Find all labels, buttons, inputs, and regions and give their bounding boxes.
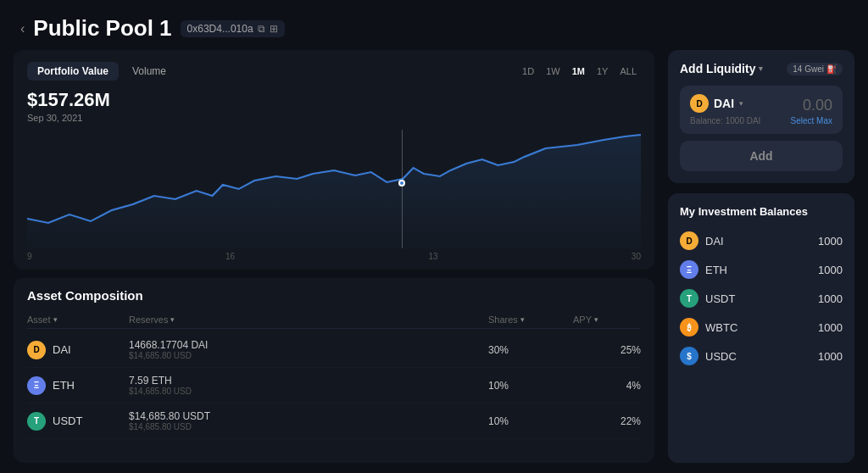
table-row: Ξ ETH 7.59 ETH $14,685.80 USD 10% 4% [27, 368, 641, 403]
time-btn-1m[interactable]: 1M [568, 64, 589, 78]
chart-fill [27, 135, 641, 248]
time-btn-1d[interactable]: 1D [518, 64, 538, 78]
coin-icon-dai-input: D [690, 94, 709, 113]
asset-reserves-usdt: $14,685.80 USDT $14,685.80 USD [129, 410, 488, 431]
invest-item-dai: D DAI [680, 231, 724, 250]
asset-apy-dai: 25% [573, 344, 641, 356]
invest-value-wbtc: 1000 [818, 321, 843, 334]
x-label-16: 16 [225, 252, 235, 261]
invest-name-dai: DAI [705, 235, 724, 248]
add-liquidity-title: Add Liquidity ▾ [680, 62, 763, 75]
time-btn-all[interactable]: ALL [615, 64, 641, 78]
cursor-dot [398, 180, 405, 186]
token-dropdown-icon[interactable]: ▾ [739, 99, 743, 108]
chart-value: $157.26M [27, 89, 641, 111]
col-apy: APY ▾ [573, 314, 641, 325]
token-selector[interactable]: D DAI ▾ [690, 94, 743, 113]
main-content: Portfolio Value Volume 1D 1W 1M 1Y ALL $… [0, 50, 868, 473]
coin-icon-eth-inv: Ξ [680, 260, 698, 279]
asset-composition-section: Asset Composition Asset ▾ Reserves ▾ Sha… [14, 278, 654, 463]
grid-icon[interactable]: ⊞ [270, 23, 278, 35]
list-item: T USDT 1000 [680, 284, 843, 313]
token-label: DAI [714, 97, 734, 110]
chart-section: Portfolio Value Volume 1D 1W 1M 1Y ALL $… [14, 50, 654, 270]
chart-date: Sep 30, 2021 [27, 113, 641, 123]
time-filter-group: 1D 1W 1M 1Y ALL [518, 64, 641, 78]
invest-item-wbtc: ₿ WBTC [680, 318, 737, 337]
col-asset: Asset ▾ [27, 314, 129, 325]
chart-tabs: Portfolio Value Volume 1D 1W 1M 1Y ALL [27, 62, 641, 81]
page-header: ‹ Public Pool 1 0x63D4...010a ⧉ ⊞ [0, 0, 868, 50]
time-btn-1y[interactable]: 1Y [593, 64, 612, 78]
invest-name-wbtc: WBTC [705, 321, 737, 334]
invest-item-usdt: T USDT [680, 289, 735, 308]
asset-composition-title: Asset Composition [27, 288, 641, 303]
left-panel: Portfolio Value Volume 1D 1W 1M 1Y ALL $… [14, 50, 654, 463]
coin-icon-usdt-inv: T [680, 289, 698, 308]
invest-name-eth: ETH [705, 264, 727, 276]
invest-name-usdt: USDT [705, 292, 735, 305]
coin-icon-usdt: T [27, 412, 46, 431]
table-row: T USDT $14,685.80 USDT $14,685.80 USD 10… [27, 403, 641, 439]
copy-icon[interactable]: ⧉ [258, 23, 265, 35]
asset-shares-usdt: 10% [488, 415, 573, 427]
asset-shares-eth: 10% [488, 380, 573, 392]
invest-value-usdt: 1000 [818, 292, 843, 305]
coin-icon-usdc-inv: $ [680, 347, 698, 365]
coin-icon-dai-inv: D [680, 231, 698, 250]
coin-icon-dai: D [27, 341, 46, 359]
x-label-13: 13 [428, 252, 437, 261]
asset-name-eth: Ξ ETH [27, 376, 129, 395]
invest-item-eth: Ξ ETH [680, 260, 727, 279]
asset-shares-dai: 30% [488, 344, 573, 356]
col-shares: Shares ▾ [488, 314, 573, 325]
page-title: Public Pool 1 [33, 15, 171, 42]
balance-text: Balance: 1000 DAI [690, 116, 760, 125]
investment-balances-title: My Investment Balances [680, 205, 843, 218]
add-liquidity-card: Add Liquidity ▾ 14 Gwei ⛽ D DAI ▾ 0.00 [668, 50, 854, 183]
tab-portfolio-value[interactable]: Portfolio Value [27, 62, 119, 81]
invest-name-usdc: USDC [705, 350, 737, 363]
asset-apy-eth: 4% [573, 380, 641, 392]
chart-area [27, 130, 641, 248]
token-balance-row: Balance: 1000 DAI Select Max [690, 116, 832, 125]
add-liquidity-header: Add Liquidity ▾ 14 Gwei ⛽ [680, 62, 843, 75]
list-item: Ξ ETH 1000 [680, 255, 843, 284]
x-label-9: 9 [27, 252, 32, 261]
list-item: ₿ WBTC 1000 [680, 313, 843, 342]
invest-value-usdc: 1000 [818, 350, 843, 363]
time-btn-1w[interactable]: 1W [542, 64, 565, 78]
gwei-badge: 14 Gwei ⛽ [787, 63, 843, 75]
list-item: D DAI 1000 [680, 226, 843, 255]
chart-svg [27, 130, 641, 248]
asset-apy-usdt: 22% [573, 415, 641, 427]
token-input-value[interactable]: 0.00 [803, 97, 832, 114]
coin-icon-wbtc-inv: ₿ [680, 318, 698, 337]
asset-name-dai: D DAI [27, 341, 129, 359]
add-liquidity-dropdown-icon[interactable]: ▾ [759, 64, 763, 73]
coin-icon-eth: Ξ [27, 376, 46, 395]
asset-reserves-eth: 7.59 ETH $14,685.80 USD [129, 375, 488, 396]
x-label-30: 30 [632, 252, 641, 261]
tab-volume[interactable]: Volume [122, 62, 176, 81]
table-row: D DAI 14668.17704 DAI $14,685.80 USD 30%… [27, 332, 641, 368]
invest-item-usdc: $ USDC [680, 347, 737, 365]
chart-x-labels: 9 16 13 30 [27, 248, 641, 261]
back-button[interactable]: ‹ [20, 21, 25, 36]
select-max-button[interactable]: Select Max [791, 116, 832, 125]
token-input-area: D DAI ▾ 0.00 Balance: 1000 DAI Select Ma… [680, 86, 843, 134]
investment-balances-card: My Investment Balances D DAI 1000 Ξ ETH … [668, 193, 854, 463]
asset-name-usdt: T USDT [27, 412, 129, 431]
gas-icon: ⛽ [826, 64, 837, 74]
invest-value-dai: 1000 [818, 235, 843, 248]
asset-table-header: Asset ▾ Reserves ▾ Shares ▾ APY ▾ [27, 311, 641, 329]
invest-value-eth: 1000 [818, 264, 843, 276]
add-button[interactable]: Add [680, 141, 843, 171]
col-reserves: Reserves ▾ [129, 314, 488, 325]
list-item: $ USDC 1000 [680, 342, 843, 370]
address-badge: 0x63D4...010a ⧉ ⊞ [181, 20, 285, 37]
right-panel: Add Liquidity ▾ 14 Gwei ⛽ D DAI ▾ 0.00 [668, 50, 854, 463]
asset-reserves-dai: 14668.17704 DAI $14,685.80 USD [129, 339, 488, 360]
